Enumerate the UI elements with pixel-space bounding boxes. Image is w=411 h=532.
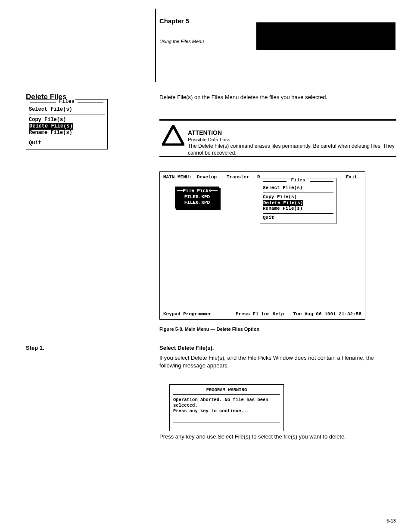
figure-caption: Figure 5-8. Main Menu — Delete Files Opt… xyxy=(159,327,259,332)
warning-triangle-icon xyxy=(162,125,184,147)
menu-item-copy[interactable]: Copy File(s) xyxy=(263,194,333,200)
file-picks-title: File Picks xyxy=(183,188,211,193)
step-heading: Select Delete File(s). xyxy=(159,345,392,351)
chapter-number: Chapter 5 xyxy=(159,17,189,25)
step-note: If you select Delete File(s), and the Fi… xyxy=(159,354,392,369)
step-label: Step 1. xyxy=(26,345,44,351)
app-screenshot: MAIN MENU: Develop Transfer R Exit File … xyxy=(159,171,365,320)
svg-marker-0 xyxy=(163,126,184,145)
after-warning-text: Press any key and use Select File(s) to … xyxy=(159,433,392,441)
files-dropdown-menu: Files Select File(s) Copy File(s) Delete… xyxy=(260,178,336,224)
file-pick-item[interactable]: FILE6.KPD xyxy=(178,200,216,205)
menu-divider xyxy=(263,213,333,214)
attention-body: The Delete File(s) command erases files … xyxy=(188,143,395,156)
menu-item-delete[interactable]: Delete File(s) xyxy=(29,123,73,130)
status-datetime: Tue Aug 06 1991 21:32:58 xyxy=(293,311,361,317)
attention-label: ATTENTION xyxy=(188,129,222,136)
file-pick-item[interactable]: FILE5.KPD xyxy=(178,194,216,200)
program-warning-dialog: PROGRAM WARNING Operation Aborted. No fi… xyxy=(169,384,284,431)
menu-item-rename[interactable]: Rename File(s) xyxy=(263,206,333,212)
section-intro: Delete File(s) on the Files Menu deletes… xyxy=(159,93,392,101)
menu-item-delete[interactable]: Delete File(s) xyxy=(263,200,303,206)
warning-divider xyxy=(173,423,280,423)
menubar-transfer[interactable]: Transfer xyxy=(227,174,249,180)
menu-item-select[interactable]: Select File(s) xyxy=(263,185,333,191)
warning-line1: Operation Aborted. No file has been sele… xyxy=(173,397,280,408)
files-menu-sidebar: Files Select File(s) Copy File(s) Delete… xyxy=(26,99,108,149)
header-black-bar xyxy=(256,22,395,50)
menubar-exit[interactable]: Exit xyxy=(346,174,357,180)
file-picks-window: File Picks FILE5.KPD FILE6.KPD xyxy=(175,187,219,208)
menu-item-quit[interactable]: Quit xyxy=(29,140,105,146)
status-app-name: Keypad Programmer xyxy=(163,311,212,317)
chapter-subtitle: Using the Files Menu xyxy=(159,39,204,44)
menu-item-rename[interactable]: Rename File(s) xyxy=(29,130,105,136)
menu-divider xyxy=(29,138,105,138)
warning-title: PROGRAM WARNING xyxy=(173,387,280,392)
attention-rule-top xyxy=(159,119,396,121)
status-help-hint: Press F1 for Help xyxy=(236,311,284,317)
attention-subtitle: Possible Data Loss xyxy=(188,137,230,142)
warning-divider xyxy=(173,394,280,395)
menubar-develop[interactable]: Develop xyxy=(197,174,217,180)
menu-divider xyxy=(29,115,105,115)
files-menu-title: Files xyxy=(290,177,306,184)
menubar-main-label: MAIN MENU: xyxy=(163,174,192,180)
menu-item-copy[interactable]: Copy File(s) xyxy=(29,117,105,123)
menu-item-quit[interactable]: Quit xyxy=(263,215,333,221)
page-number: 5-13 xyxy=(386,518,396,523)
files-menu-title: Files xyxy=(58,99,75,105)
warning-line2: Press any key to continue... xyxy=(173,408,280,414)
header-divider xyxy=(155,9,156,82)
menu-divider xyxy=(263,193,333,193)
menu-item-select[interactable]: Select File(s) xyxy=(29,106,105,113)
attention-rule-bottom xyxy=(159,156,396,157)
